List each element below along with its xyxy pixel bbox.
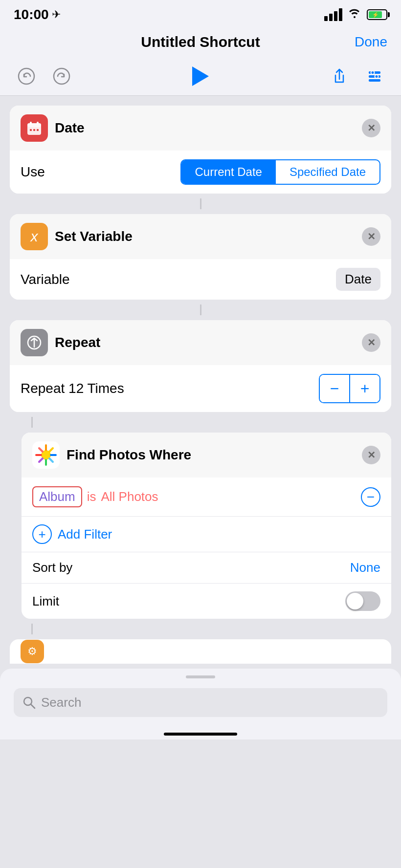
location-icon: ✈ — [52, 8, 61, 21]
use-label: Use — [21, 164, 45, 180]
status-time: 10:00 ✈ — [14, 7, 61, 22]
main-content: Date ✕ Use Current Date Specified Date x… — [0, 96, 401, 664]
date-card: Date ✕ Use Current Date Specified Date — [10, 106, 391, 194]
play-button[interactable] — [188, 64, 213, 89]
settings-button[interactable] — [362, 64, 387, 89]
connector-3 — [31, 417, 33, 428]
sort-value[interactable]: None — [350, 560, 380, 575]
connector-4 — [31, 624, 33, 634]
variable-value[interactable]: Date — [336, 268, 380, 291]
sort-row: Sort by None — [22, 552, 391, 584]
svg-line-17 — [31, 704, 35, 708]
repeat-title: Repeat — [55, 335, 100, 350]
date-card-close[interactable]: ✕ — [362, 119, 380, 137]
find-photos-icon — [32, 441, 60, 469]
set-variable-card: x Set Variable ✕ Variable Date — [10, 214, 391, 300]
svg-rect-11 — [30, 129, 32, 131]
variable-label: Variable — [21, 272, 70, 287]
next-icon: ⚙ — [21, 640, 44, 663]
connector-2 — [200, 304, 201, 315]
home-indicator — [0, 727, 401, 739]
toolbar — [0, 61, 401, 96]
bottom-sheet: Search — [0, 669, 401, 727]
repeat-times-label: Repeat 12 Times — [21, 381, 124, 396]
connector-1 — [200, 198, 201, 209]
limit-toggle[interactable] — [345, 591, 380, 611]
search-bar[interactable]: Search — [14, 688, 387, 717]
sort-label: Sort by — [32, 560, 72, 575]
svg-rect-9 — [30, 122, 32, 125]
repeat-card: Repeat ✕ Repeat 12 Times − + — [10, 320, 391, 412]
svg-rect-10 — [37, 122, 39, 125]
add-filter-circle[interactable]: + — [32, 524, 52, 544]
next-action-card-partial: ⚙ — [10, 639, 391, 664]
svg-rect-13 — [37, 129, 39, 131]
date-use-row: Use Current Date Specified Date — [10, 151, 391, 194]
limit-label: Limit — [32, 594, 59, 609]
all-photos-value[interactable]: All Photos — [101, 489, 361, 504]
set-variable-title: Set Variable — [55, 229, 133, 244]
svg-rect-8 — [27, 123, 41, 127]
repeat-icon — [21, 329, 48, 356]
specified-date-button[interactable]: Specified Date — [276, 160, 379, 184]
battery-icon: ⚡ — [367, 9, 387, 20]
sheet-handle — [186, 675, 215, 678]
add-filter-label[interactable]: Add Filter — [58, 527, 112, 542]
date-segment[interactable]: Current Date Specified Date — [180, 159, 380, 185]
svg-rect-12 — [33, 129, 35, 131]
nav-bar: Untitled Shortcut Done — [0, 26, 401, 61]
status-bar: 10:00 ✈ ⚡ — [0, 0, 401, 26]
repeat-stepper[interactable]: − + — [319, 374, 380, 403]
repeat-header: Repeat ✕ — [10, 320, 391, 365]
repeat-row: Repeat 12 Times − + — [10, 365, 391, 412]
variable-row: Variable Date — [10, 259, 391, 300]
date-card-header: Date ✕ — [10, 106, 391, 151]
svg-point-5 — [371, 71, 375, 74]
find-photos-close[interactable]: ✕ — [362, 446, 380, 464]
stepper-minus[interactable]: − — [320, 375, 349, 402]
find-photos-header: Find Photos Where ✕ — [22, 433, 391, 477]
svg-rect-4 — [369, 79, 380, 82]
signal-bars — [324, 8, 342, 21]
date-card-title: Date — [55, 120, 85, 136]
done-button[interactable]: Done — [348, 34, 387, 50]
repeat-close[interactable]: ✕ — [362, 333, 380, 352]
search-icon — [22, 696, 36, 710]
status-icons: ⚡ — [324, 7, 387, 22]
set-variable-header: x Set Variable ✕ — [10, 214, 391, 259]
date-card-icon — [21, 114, 48, 142]
find-photos-card: Find Photos Where ✕ Album is All Photos … — [22, 433, 391, 619]
redo-button[interactable] — [49, 64, 74, 89]
share-button[interactable] — [327, 64, 352, 89]
set-variable-icon: x — [21, 223, 48, 250]
undo-button[interactable] — [14, 64, 39, 89]
find-photos-title: Find Photos Where — [67, 447, 191, 463]
remove-filter-button[interactable]: − — [361, 487, 380, 507]
svg-point-6 — [375, 75, 379, 78]
page-title: Untitled Shortcut — [53, 34, 348, 50]
filter-row: Album is All Photos − — [22, 477, 391, 517]
wifi-icon — [347, 7, 362, 22]
filter-is-label: is — [87, 489, 96, 504]
stepper-plus[interactable]: + — [350, 375, 379, 402]
home-bar — [164, 733, 237, 736]
set-variable-close[interactable]: ✕ — [362, 227, 380, 246]
add-filter-row: + Add Filter — [22, 517, 391, 552]
album-filter-button[interactable]: Album — [32, 486, 82, 507]
limit-row: Limit — [22, 584, 391, 619]
search-placeholder: Search — [41, 695, 81, 710]
current-date-button[interactable]: Current Date — [181, 160, 276, 184]
